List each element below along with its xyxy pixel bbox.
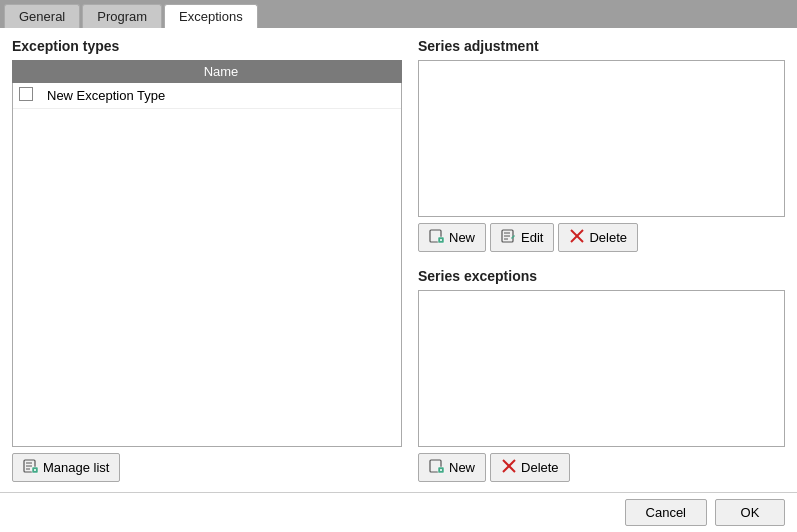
tab-program[interactable]: Program — [82, 4, 162, 28]
series-exceptions-title: Series exceptions — [418, 268, 785, 284]
new2-label: New — [449, 460, 475, 475]
edit-icon — [501, 228, 517, 247]
right-panel: Series adjustment New — [418, 38, 785, 482]
manage-list-icon — [23, 458, 39, 477]
cancel-button[interactable]: Cancel — [625, 499, 707, 526]
series-adjustment-actions: New Edit — [418, 223, 785, 252]
exception-types-table-header: Name — [12, 60, 402, 83]
exception-types-actions: Manage list — [12, 453, 402, 482]
series-adjustment-title: Series adjustment — [418, 38, 785, 54]
new-icon — [429, 228, 445, 247]
exception-types-table-body: New Exception Type — [12, 83, 402, 447]
bottom-bar: Cancel OK — [0, 492, 797, 532]
exception-types-title: Exception types — [12, 38, 402, 54]
tab-exceptions[interactable]: Exceptions — [164, 4, 258, 28]
series-exceptions-actions: New Delete — [418, 453, 785, 482]
series-adjustment-listbox[interactable] — [418, 60, 785, 217]
exception-types-panel: Exception types Name New Exception Type — [12, 38, 402, 482]
row-checkbox[interactable] — [19, 87, 33, 101]
row-checkbox-col — [19, 87, 47, 104]
delete2-icon — [501, 458, 517, 477]
series-exceptions-new-button[interactable]: New — [418, 453, 486, 482]
tab-bar: General Program Exceptions — [0, 0, 797, 28]
manage-list-button[interactable]: Manage list — [12, 453, 120, 482]
series-exceptions-delete-button[interactable]: Delete — [490, 453, 570, 482]
table-row: New Exception Type — [13, 83, 401, 109]
delete-icon — [569, 228, 585, 247]
series-adjustment-edit-button[interactable]: Edit — [490, 223, 554, 252]
delete2-label: Delete — [521, 460, 559, 475]
manage-list-label: Manage list — [43, 460, 109, 475]
new2-icon — [429, 458, 445, 477]
tab-general[interactable]: General — [4, 4, 80, 28]
series-exceptions-listbox[interactable] — [418, 290, 785, 447]
series-exceptions-section: Series exceptions New — [418, 268, 785, 482]
series-adjustment-delete-button[interactable]: Delete — [558, 223, 638, 252]
header-name-col: Name — [46, 64, 396, 79]
delete-label: Delete — [589, 230, 627, 245]
new-label: New — [449, 230, 475, 245]
row-name: New Exception Type — [47, 88, 395, 103]
series-adjustment-new-button[interactable]: New — [418, 223, 486, 252]
edit-label: Edit — [521, 230, 543, 245]
main-content: Exception types Name New Exception Type — [0, 28, 797, 492]
series-adjustment-section: Series adjustment New — [418, 38, 785, 252]
ok-button[interactable]: OK — [715, 499, 785, 526]
